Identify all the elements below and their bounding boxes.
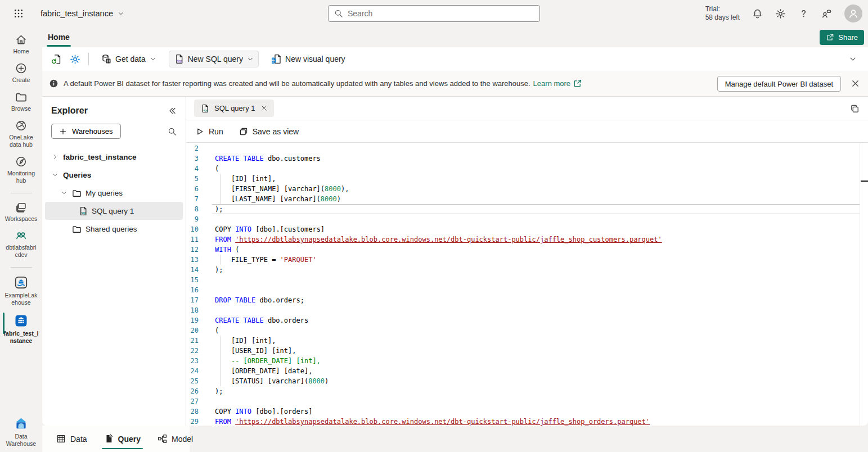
search-input[interactable] [348,9,534,18]
onelake-icon [15,120,27,132]
external-link-icon [573,79,582,88]
line-number: 9 [186,214,199,224]
code-line[interactable]: 11FROM 'https://dbtlabsynapsedatalake.bl… [186,234,868,245]
settings-gear-icon[interactable] [775,8,786,19]
warehouse-settings-icon[interactable] [70,54,80,65]
tree-item-shared-queries[interactable]: Shared queries [45,220,183,238]
code-line[interactable]: 15 [186,275,868,285]
explorer-search-icon[interactable] [168,127,177,136]
sql-code-area[interactable]: 23CREATE TABLE dbo.customers4(5 [ID] [in… [186,143,868,426]
rail-item-workspaces[interactable]: Workspaces [0,201,42,223]
line-number: 23 [186,356,199,366]
close-tab-icon[interactable] [260,105,268,112]
folder-icon [72,224,82,234]
indent-guide [220,194,221,204]
collapse-panel-icon[interactable] [168,106,177,115]
rail-item-label: Home [13,48,29,55]
code-line[interactable]: 6 [FIRST_NAME] [varchar](8000), [186,184,868,194]
code-line[interactable]: 3CREATE TABLE dbo.customers [186,153,868,164]
code-line[interactable]: 24 [ORDER_DATE] [date], [186,366,868,376]
rail-item-dbtlabsfabricdev[interactable]: dbtlabsfabricdev [0,230,42,259]
rail-item-examplelakehouse[interactable]: ExampleLakehouse [0,275,42,306]
notifications-bell-icon[interactable] [752,8,763,19]
rail-item-monitoring-hub[interactable]: Monitoringhub [0,156,42,184]
rail-item-browse[interactable]: Browse [0,91,42,112]
banner-text: A default Power BI dataset for faster re… [64,79,530,88]
save-as-view-button[interactable]: Save as view [239,127,299,136]
code-line[interactable]: 26); [186,386,868,396]
code-line[interactable]: 9 [186,214,868,224]
code-line[interactable]: 5 [ID] [int], [186,174,868,184]
code-line[interactable]: 10COPY INTO [dbo].[customers] [186,224,868,234]
line-number: 26 [186,386,199,396]
query-tab[interactable]: SQL SQL query 1 [194,100,274,117]
line-number: 14 [186,265,199,275]
people-icon [15,230,27,242]
code-line[interactable]: 23 -- [ORDER_DATE] [int], [186,356,868,366]
tree-item-my-queries[interactable]: My queries [45,184,183,202]
code-line[interactable]: 27 [186,396,868,406]
tree-item-sql-query-1[interactable]: SQLSQL query 1 [45,202,183,220]
rail-item-onelake-data-hub[interactable]: OneLakedata hub [0,120,42,148]
view-tab-query[interactable]: Query [104,426,141,452]
manage-dataset-button[interactable]: Manage default Power BI dataset [717,76,841,92]
code-line[interactable]: 13 FILE_TYPE = 'PARQUET' [186,255,868,265]
workspace-switcher[interactable]: fabric_test_instance [41,9,124,18]
refresh-dataset-icon[interactable] [51,54,62,65]
chevron-down-icon[interactable] [51,171,59,178]
code-line[interactable]: 20( [186,326,868,336]
code-line[interactable]: 25 [STATUS] [varchar](8000) [186,376,868,386]
code-line[interactable]: 12WITH ( [186,245,868,255]
avatar[interactable] [844,4,862,22]
code-line[interactable]: 17DROP TABLE dbo.orders; [186,295,868,305]
share-button[interactable]: Share [820,30,864,45]
code-line[interactable]: 29FROM 'https://dbtlabsynapsedatalake.bl… [186,417,868,426]
line-number: 16 [186,285,199,295]
code-line[interactable]: 22 [USER_ID] [int], [186,346,868,356]
code-line[interactable]: 2 [186,143,868,153]
chevron-down-icon[interactable] [60,189,68,196]
global-search[interactable] [328,5,540,22]
learn-more-link[interactable]: Learn more [533,79,582,88]
waffle-menu-icon[interactable] [14,8,24,19]
feedback-icon[interactable] [821,8,832,19]
rail-item-data-warehouse[interactable]: DataWarehouse [0,417,42,448]
scrollbar-marker[interactable] [861,180,868,182]
tab-home[interactable]: Home [47,33,71,42]
code-line[interactable]: 16 [186,285,868,295]
code-line[interactable]: 28COPY INTO [dbo].[orders] [186,406,868,417]
get-data-button[interactable]: Get data [97,51,161,67]
code-line[interactable]: 8); [186,204,868,214]
sql-document-icon: SQL [78,206,88,216]
add-warehouses-button[interactable]: Warehouses [51,124,121,139]
rail-item-home[interactable]: Home [0,34,42,55]
line-number: 8 [186,204,199,214]
query-tab-strip: SQL SQL query 1 [186,97,868,120]
copy-icon[interactable] [850,104,860,114]
code-line[interactable]: 21 [ID] [int], [186,336,868,346]
banner-close-icon[interactable] [851,79,860,88]
rail-item-create[interactable]: Create [0,62,42,84]
rail-item-fabric-test-instance[interactable]: fabric_test_instance [0,314,42,345]
run-button[interactable]: Run [195,127,223,136]
new-visual-query-button[interactable]: New visual query [267,51,350,67]
line-number: 22 [186,346,199,356]
ribbon-collapse-chevron-icon[interactable] [849,55,857,63]
help-icon[interactable] [798,8,809,19]
code-line[interactable]: 14); [186,265,868,275]
code-text: FROM 'https://dbtlabsynapsedatalake.blob… [199,234,662,245]
view-tab-model[interactable]: Model [158,426,193,452]
code-line[interactable]: 18 [186,305,868,315]
line-number: 27 [186,396,199,406]
save-as-view-icon [239,127,248,136]
info-icon [49,79,59,88]
tree-item-queries[interactable]: Queries [45,166,183,184]
chevron-right-icon[interactable] [51,153,59,160]
view-tab-data[interactable]: Data [56,426,87,452]
code-line[interactable]: 4( [186,164,868,174]
new-sql-query-button[interactable]: SQL New SQL query [169,51,259,67]
tree-item-fabric-test-instance[interactable]: fabric_test_instance [45,148,183,166]
code-line[interactable]: 7 [LAST_NAME] [varchar](8000) [186,194,868,204]
code-line[interactable]: 19CREATE TABLE dbo.orders [186,315,868,326]
search-icon [334,9,343,18]
